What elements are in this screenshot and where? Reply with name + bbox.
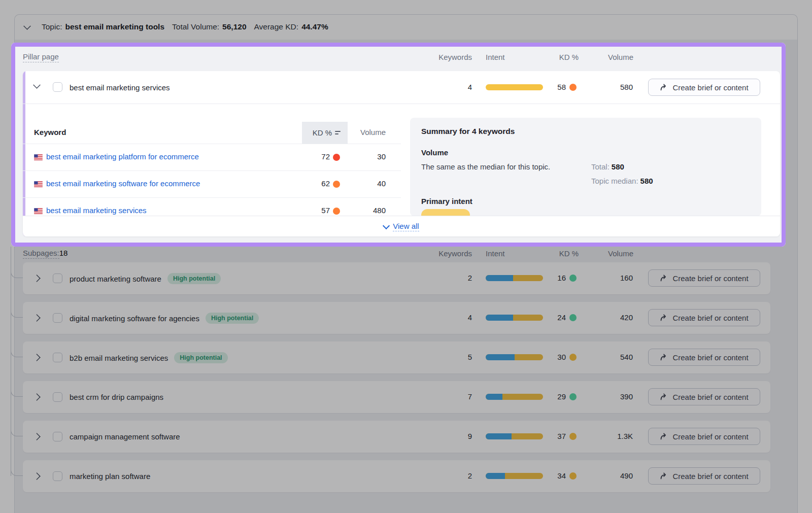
subpage-expand-chevron-icon[interactable] [33,275,41,283]
topic-collapse-chevron-icon[interactable] [23,22,31,30]
subpage-checkbox[interactable] [53,392,62,402]
subpage-checkbox[interactable] [53,353,62,362]
volume-col-header: Volume [355,128,386,136]
keyword-link[interactable]: best email marketing software for ecomme… [46,179,200,188]
keyword-kd-dot [333,181,340,188]
tree-connector-elbow [11,384,23,397]
forward-arrow-icon [660,353,668,361]
summary-median: Topic median:580 [591,177,653,185]
tree-connector-elbow [11,463,23,476]
keyword-volume-value: 30 [355,152,386,161]
summary-volume-note: The same as the median for this topic. [421,162,550,171]
subpage-checkbox[interactable] [53,471,62,481]
high-potential-badge: High potential [167,273,221,284]
subpage-row[interactable]: digital marketing software for agencies … [23,302,770,334]
subpage-kd-value: 24 [530,313,566,323]
sort-descending-icon [335,130,342,135]
subpage-expand-chevron-icon[interactable] [33,433,41,441]
pillar-checkbox[interactable] [53,82,62,92]
pillar-page-label[interactable]: Pillar page [23,52,59,62]
create-brief-label: Create brief or content [672,353,748,362]
summary-panel: Summary for 4 keywords Volume The same a… [410,118,761,216]
subpage-row[interactable]: best crm for drip campaigns 7 29 390 Cre… [23,381,770,413]
subpage-expand-chevron-icon[interactable] [33,472,41,481]
subpage-kd-dot [569,472,577,480]
create-brief-button[interactable]: Create brief or content [648,309,760,326]
keyword-col-header: Keyword [34,128,66,136]
subpage-title[interactable]: b2b email marketing services High potent… [70,352,228,363]
us-flag-icon [34,208,43,214]
pillar-title[interactable]: best email marketing services [70,82,170,93]
subpage-title[interactable]: digital marketing software for agencies … [70,313,259,324]
subpage-checkbox[interactable] [53,432,62,441]
tree-connector-elbow [11,304,23,318]
create-brief-button[interactable]: Create brief or content [648,467,760,485]
create-brief-button[interactable]: Create brief or content [648,388,760,405]
create-brief-button[interactable]: Create brief or content [648,428,760,445]
subpage-title-text: product marketing software [70,273,161,284]
create-brief-button[interactable]: Create brief or content [648,79,760,96]
create-brief-button[interactable]: Create brief or content [648,349,760,366]
col-keywords: Keywords [426,52,472,62]
subpage-expand-chevron-icon[interactable] [33,314,41,322]
subpage-kd-value: 16 [530,273,566,283]
summary-total-value: 580 [612,162,624,171]
subpage-checkbox[interactable] [53,273,62,283]
subpage-kd-dot [569,275,577,282]
subpage-title[interactable]: product marketing software High potentia… [70,273,221,284]
subpage-expand-chevron-icon[interactable] [33,354,41,362]
subpages-label-text[interactable]: Subpages: [23,249,59,259]
kd-col-header: KD % [313,128,332,137]
subpage-keywords-count: 2 [436,471,472,481]
summary-median-label: Topic median: [591,177,638,185]
subpage-kd-dot [569,393,577,400]
pillar-keywords-count: 4 [436,82,472,92]
subpage-kd-value: 30 [530,352,566,362]
average-kd-label: Average KD: [254,22,299,31]
pillar-kd-value: 58 [530,82,566,92]
keyword-table-body: best email marketing platform for ecomme… [23,144,401,225]
subpages-label[interactable]: Subpages:18 [23,249,67,257]
view-all-link[interactable]: View all [393,222,419,231]
subpage-kd-dot [569,354,577,361]
keyword-link[interactable]: best email marketing services [46,206,147,215]
subpage-title[interactable]: marketing plan software [70,471,150,482]
col-volume: Volume [593,249,633,259]
subpage-kd-dot [569,314,577,321]
subpage-row[interactable]: b2b email marketing services High potent… [23,341,770,373]
keyword-volume-value: 40 [355,179,386,188]
keyword-link[interactable]: best email marketing platform for ecomme… [46,152,199,161]
col-volume: Volume [593,52,633,62]
subpage-keywords-count: 9 [436,431,472,441]
keyword-table-row: best email marketing software for ecomme… [23,171,401,198]
keyword-kd-value: 57 [299,206,330,215]
subpage-row[interactable]: marketing plan software 2 34 490 Create … [23,460,770,492]
subpage-title[interactable]: best crm for drip campaigns [70,392,163,402]
topic-name: best email marketing tools [65,22,165,31]
total-volume-value: 56,120 [222,22,246,31]
pillar-expand-chevron-icon[interactable] [33,81,41,89]
kd-sort-header[interactable]: KD % [302,122,348,144]
tree-connector-elbow [11,423,23,436]
subpage-keywords-count: 5 [436,352,472,362]
subpage-expand-chevron-icon[interactable] [33,393,41,401]
subpage-title-text: b2b email marketing services [70,353,168,363]
topic-header: Topic: best email marketing tools Total … [24,14,328,40]
forward-arrow-icon [660,83,668,91]
subpage-volume-value: 390 [594,392,633,402]
subpage-checkbox[interactable] [53,313,62,323]
subpage-row[interactable]: campaign management software 9 37 1.3K C… [23,421,770,453]
subpage-kd-value: 29 [530,392,566,402]
total-volume-label: Total Volume: [172,22,219,31]
create-brief-button[interactable]: Create brief or content [648,269,760,287]
intent-bar-blue-segment [486,315,513,321]
intent-bar-blue-segment [486,473,505,479]
tree-connector-elbow [11,265,23,278]
subpage-row[interactable]: product marketing software High potentia… [23,262,770,294]
subpage-title[interactable]: campaign management software [70,431,180,442]
col-keywords: Keywords [426,249,472,259]
topic-label: Topic: [42,22,62,31]
create-brief-label: Create brief or content [672,274,748,283]
keyword-kd-value: 62 [299,179,330,188]
col-intent: Intent [486,249,505,259]
